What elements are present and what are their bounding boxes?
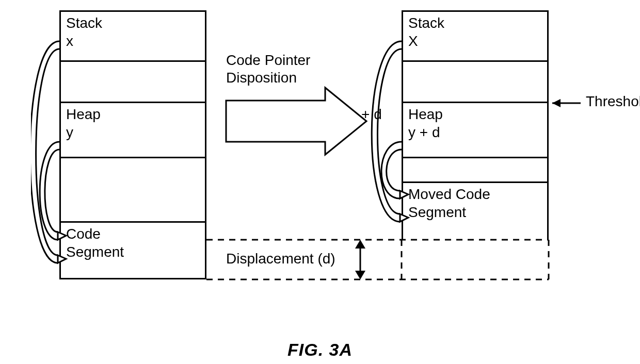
right-gap1-block [402, 62, 549, 103]
right-gap2-block [402, 158, 549, 183]
svg-marker-1 [552, 99, 561, 107]
right-stack-label: Stack X [403, 12, 547, 52]
left-code-label: Code Segment [61, 223, 205, 263]
displacement-label: Displacement (d) [226, 250, 335, 268]
code-pointer-disposition-label: Code Pointer Disposition [226, 52, 310, 86]
plus-d-label: + d [361, 106, 382, 123]
threshold-label: Threshold [586, 93, 640, 110]
left-stack-block: Stack x [59, 10, 206, 62]
left-stack-label: Stack x [61, 12, 205, 52]
figure-label: FIG. 3A [287, 340, 353, 360]
diagram-container: Stack x Heap y Code Segment Stack X Heap… [31, 10, 609, 330]
left-code-block: Code Segment [59, 223, 206, 279]
svg-marker-4 [355, 271, 365, 279]
left-gap2-block [59, 158, 206, 223]
svg-marker-3 [355, 240, 365, 249]
threshold-arrow-icon [552, 99, 581, 107]
right-moved-code-block: Moved Code Segment [402, 183, 549, 240]
big-arrow-icon [226, 88, 366, 155]
right-stack-block: Stack X [402, 10, 549, 62]
left-heap-block: Heap y [59, 103, 206, 158]
left-gap1-block [59, 62, 206, 103]
displacement-arrow-icon [355, 240, 365, 279]
right-heap-label: Heap y + d [403, 103, 547, 143]
right-heap-block: Heap y + d [402, 103, 549, 158]
right-moved-code-label: Moved Code Segment [403, 183, 547, 223]
left-heap-label: Heap y [61, 103, 205, 143]
